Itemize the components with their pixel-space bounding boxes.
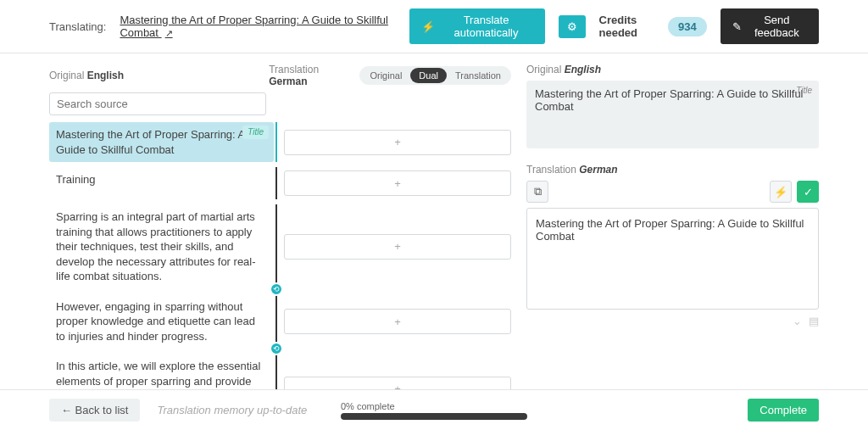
- external-link-icon: ↗: [165, 28, 173, 38]
- detail-translation-area: Translation German ⧉ ⚡ ✓ Mastering the A…: [526, 164, 819, 327]
- credits-badge: 934: [668, 17, 707, 36]
- source-text: Sparring is an integral part of martial …: [56, 210, 256, 282]
- translation-editor[interactable]: Mastering the Art of Proper Sparring: A …: [526, 208, 819, 310]
- source-cell[interactable]: Mastering the Art of Proper Sparring: A …: [49, 122, 274, 162]
- translation-toolbar: ⧉ ⚡ ✓: [526, 181, 819, 203]
- detail-original-text: Mastering the Art of Proper Sparring: A …: [526, 81, 819, 148]
- confirm-segment-button[interactable]: ✓: [797, 181, 819, 203]
- auto-translate-segment-button[interactable]: ⚡: [770, 181, 792, 203]
- original-header: Original English: [49, 70, 269, 81]
- translation-memory-status: Translation memory up-to-date: [157, 404, 307, 416]
- detail-translation-header: Translation German: [526, 164, 819, 176]
- segment-tag: Title: [242, 126, 269, 139]
- column-divider: ⟲: [274, 294, 279, 349]
- credits-display: Credits needed 934: [599, 14, 707, 39]
- column-divider: [274, 122, 279, 162]
- copy-source-button[interactable]: ⧉: [526, 181, 548, 203]
- segment-row[interactable]: Sparring is an integral part of martial …: [49, 204, 511, 289]
- translating-label: Translating:: [49, 20, 106, 33]
- link-icon[interactable]: ⟲: [270, 342, 283, 355]
- view-dual[interactable]: Dual: [410, 68, 447, 83]
- target-input[interactable]: +: [284, 234, 511, 260]
- translation-footer-icons: ⌄ ▤: [526, 315, 819, 327]
- main-area: Original English Translation German Orig…: [0, 53, 868, 430]
- target-input[interactable]: +: [284, 170, 511, 196]
- progress-bar: [341, 413, 527, 420]
- send-feedback-button[interactable]: ✎ Send feedback: [721, 8, 819, 44]
- translation-header: Translation German: [269, 64, 359, 87]
- segment-row[interactable]: Training+: [49, 167, 511, 199]
- view-toggle: Original Dual Translation: [359, 66, 511, 85]
- target-cell: +: [279, 122, 511, 162]
- source-text: Training: [56, 173, 95, 186]
- bolt-icon: ⚡: [421, 20, 435, 33]
- back-to-list-button[interactable]: ← Back to list: [49, 399, 140, 422]
- top-bar: Translating: Mastering the Art of Proper…: [0, 0, 868, 53]
- settings-button[interactable]: ⚙: [559, 15, 586, 38]
- translate-automatically-button[interactable]: ⚡ Translate automatically: [409, 8, 545, 44]
- chevron-down-icon[interactable]: ⌄: [793, 315, 802, 327]
- column-headers: Original English Translation German Orig…: [49, 64, 511, 87]
- view-original[interactable]: Original: [361, 68, 410, 83]
- feedback-label: Send feedback: [747, 14, 807, 39]
- link-icon[interactable]: ⟲: [270, 282, 283, 296]
- source-text: Mastering the Art of Proper Sparring: A …: [56, 128, 245, 156]
- left-panel: Original English Translation German Orig…: [49, 64, 511, 430]
- target-input[interactable]: +: [284, 130, 511, 155]
- complete-button[interactable]: Complete: [748, 399, 819, 422]
- document-title-text: Mastering the Art of Proper Sparring: A …: [120, 14, 388, 39]
- search-input[interactable]: [49, 92, 266, 115]
- copy-icon: ⧉: [534, 185, 542, 198]
- check-icon: ✓: [804, 186, 813, 198]
- target-input[interactable]: +: [284, 309, 511, 334]
- pencil-icon: ✎: [732, 20, 742, 33]
- bolt-icon: ⚡: [774, 186, 787, 198]
- detail-original-header: Original English: [526, 64, 819, 75]
- progress-label: 0% complete: [341, 401, 527, 411]
- target-cell: +: [279, 294, 511, 349]
- segment-row[interactable]: Mastering the Art of Proper Sparring: A …: [49, 122, 511, 162]
- segment-row[interactable]: However, engaging in sparring without pr…: [49, 294, 511, 349]
- column-divider: [274, 167, 279, 199]
- right-panel: Original English Mastering the Art of Pr…: [526, 64, 819, 430]
- target-cell: +: [279, 204, 511, 289]
- layout-icon[interactable]: ▤: [809, 315, 819, 327]
- target-cell: +: [279, 167, 511, 199]
- source-text: However, engaging in sparring without pr…: [56, 300, 255, 343]
- document-title-link[interactable]: Mastering the Art of Proper Sparring: A …: [120, 14, 395, 39]
- bottom-bar: ← Back to list Translation memory up-to-…: [0, 389, 868, 430]
- translate-auto-label: Translate automatically: [440, 14, 533, 39]
- gear-icon: ⚙: [567, 20, 577, 33]
- source-cell[interactable]: Training: [49, 167, 274, 199]
- detail-original-tag: Title: [796, 86, 812, 95]
- progress-indicator: 0% complete: [341, 401, 527, 420]
- credits-label: Credits needed: [599, 14, 660, 39]
- source-cell[interactable]: However, engaging in sparring without pr…: [49, 294, 274, 349]
- view-translation[interactable]: Translation: [447, 68, 509, 83]
- source-cell[interactable]: Sparring is an integral part of martial …: [49, 204, 274, 289]
- column-divider: ⟲: [274, 204, 279, 289]
- segments-list: Mastering the Art of Proper Sparring: A …: [49, 122, 511, 430]
